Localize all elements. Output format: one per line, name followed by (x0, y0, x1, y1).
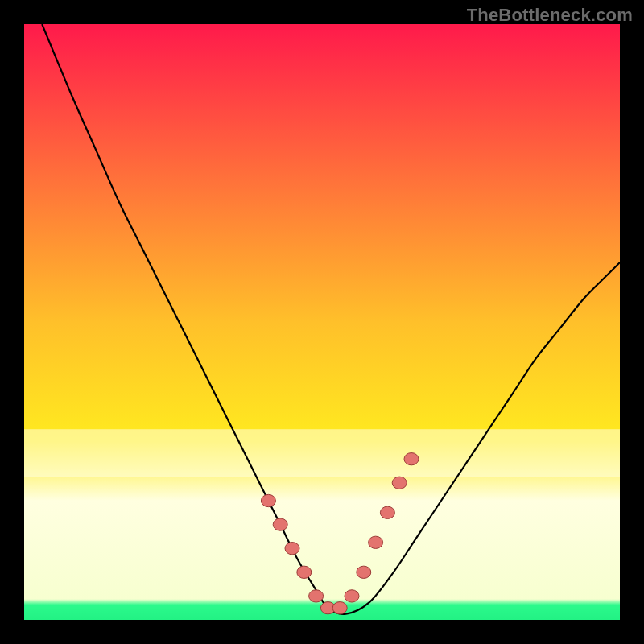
marker-dot (404, 453, 419, 465)
chart-background (24, 24, 620, 620)
watermark-text: TheBottleneck.com (467, 5, 633, 26)
chart-plot (24, 24, 620, 620)
marker-dot (380, 506, 394, 518)
marker-dot (345, 590, 359, 602)
chart-frame: TheBottleneck.com (0, 0, 644, 644)
marker-dot (357, 566, 371, 578)
pale-band (24, 429, 620, 477)
marker-dot (369, 536, 383, 548)
marker-dot (332, 602, 347, 614)
marker-dot (309, 590, 324, 602)
marker-dot (285, 543, 299, 555)
marker-dot (392, 477, 407, 489)
marker-dot (297, 566, 312, 578)
marker-dot (273, 518, 287, 530)
marker-dot (261, 494, 275, 506)
